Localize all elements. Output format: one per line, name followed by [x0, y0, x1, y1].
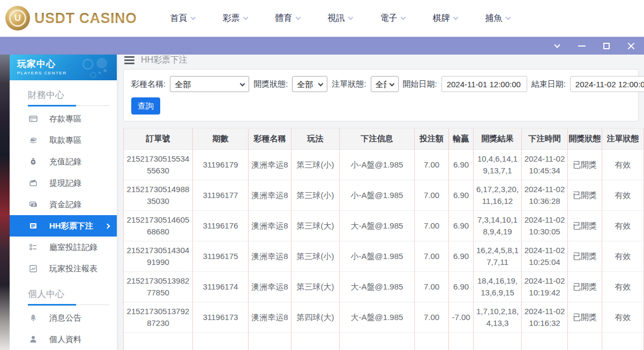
table-cell: 2024-11-02 10:30:05: [522, 211, 568, 241]
sidebar-item-topup-records[interactable]: 充值記錄: [10, 151, 117, 172]
chevron-down-icon: [453, 14, 458, 20]
sidebar-item-deposit[interactable]: 存款專區: [10, 108, 117, 130]
table-cell: 大-A盤@1.985: [340, 272, 415, 302]
sidebar-item-label: 資金記錄: [49, 200, 81, 210]
table-row: 215217305139827785031196174澳洲幸运8第三球(大)大-…: [124, 272, 644, 302]
section-divider: [28, 105, 109, 106]
table-cell: 澳洲幸运8: [249, 180, 291, 211]
nav-item-slots[interactable]: 電子: [380, 13, 405, 24]
table-cell: 6.90: [449, 211, 474, 241]
nav-item-fishing[interactable]: 捕魚: [485, 13, 510, 24]
sidebar-item-label: 個人資料: [49, 334, 81, 345]
table-cell: 6.90: [449, 241, 474, 272]
sidebar-item-label: 提現記錄: [49, 178, 81, 188]
table-cell: [249, 333, 291, 350]
window-titlebar: [0, 36, 644, 55]
withdraw-hand-icon: [29, 136, 38, 144]
sidebar-item-label: 玩家投注報表: [49, 264, 98, 274]
menu-icon[interactable]: [124, 56, 134, 64]
table-cell: 31196177: [193, 180, 249, 211]
sidebar-item-label: 充值記錄: [49, 157, 81, 167]
table-header-cell: 期數: [193, 128, 249, 150]
minimize-icon[interactable]: [578, 42, 586, 50]
nav-label: 體育: [275, 13, 293, 24]
table-cell: 澳洲幸运8: [249, 302, 291, 333]
order-status-select[interactable]: 全部: [371, 76, 399, 92]
logo[interactable]: U USDT CASINO: [0, 6, 137, 31]
table-cell: 大-A盤@1.985: [340, 302, 415, 333]
table-cell: 2024-11-02 10:36:28: [522, 180, 568, 211]
sidebar-item-announcements[interactable]: 消息公告: [10, 307, 117, 329]
table-header-cell: 投注額: [415, 128, 449, 150]
order-status-label: 注單狀態:: [332, 79, 366, 89]
start-date-label: 開始日期:: [403, 79, 437, 89]
draw-status-select[interactable]: 全部: [292, 76, 327, 92]
table-cell: [568, 333, 602, 350]
table-header-row: 訂單號期數彩種名稱玩法下注信息投注額輸贏開獎結果下注時間開獎狀態注單狀態: [124, 128, 644, 150]
maximize-icon[interactable]: [602, 42, 611, 50]
sidebar-item-hh-lottery-bets[interactable]: HH彩票下注: [10, 215, 117, 237]
table-cell: 10,4,6,14,19,13,7,1: [474, 150, 522, 180]
lottery-name-select[interactable]: 全部: [170, 76, 249, 92]
end-date-label: 結束日期:: [531, 79, 566, 89]
table-cell: 2024-11-02 10:45:34: [522, 150, 568, 180]
chevron-down-icon: [400, 14, 406, 20]
sidebar-item-label: 廳室投註記錄: [49, 242, 98, 253]
table-cell: 澳洲幸运8: [249, 241, 291, 272]
person-icon: [29, 335, 38, 344]
nav-label: 彩票: [223, 13, 240, 24]
bank-card-icon: [29, 115, 38, 123]
lottery-ticket-icon: [29, 222, 38, 230]
table-cell: 有效: [602, 302, 644, 333]
table-row: 215217305149883503031196177澳洲幸运8第三球(小)小-…: [124, 180, 644, 211]
nav-item-home[interactable]: 首頁: [170, 13, 195, 24]
table-row: 215217305137928723031196173澳洲幸运8第四球(大)大-…: [124, 302, 644, 333]
table-header-cell: 開獎狀態: [568, 128, 602, 150]
table-cell: 31196175: [193, 241, 249, 272]
table-header-cell: 下注時間: [522, 128, 568, 150]
sidebar-item-hall-bet-records[interactable]: 廳室投註記錄: [10, 237, 117, 258]
table-cell: 小-A盤@1.985: [340, 241, 415, 272]
table-cell: 有效: [602, 211, 644, 241]
page-title: HH彩票下注: [141, 55, 188, 66]
chevron-down-icon: [348, 14, 353, 20]
chevron-down-icon: [243, 14, 248, 20]
nav-item-lottery[interactable]: 彩票: [223, 13, 248, 24]
nav-item-cards[interactable]: 棋牌: [433, 13, 458, 24]
table-header-cell: 注單狀態: [602, 128, 644, 150]
table-cell: 第三球(小): [291, 180, 340, 211]
sidebar-item-withdraw-records[interactable]: 提現記錄: [10, 172, 117, 194]
table-cell: [415, 333, 449, 350]
wallet-icon: [29, 179, 38, 187]
collapse-chevron-icon[interactable]: [553, 42, 561, 50]
sidebar-item-withdraw[interactable]: 取款專區: [10, 130, 117, 151]
chevron-down-icon: [505, 14, 511, 20]
bets-table: 訂單號期數彩種名稱玩法下注信息投注額輸贏開獎結果下注時間開獎狀態注單狀態 215…: [123, 128, 644, 350]
sidebar-item-fund-records[interactable]: 資金記錄: [10, 194, 117, 215]
bell-icon: [29, 314, 38, 322]
nav-label: 首頁: [170, 13, 188, 24]
table-cell: 7.00: [415, 211, 449, 241]
table-cell: 7.00: [415, 150, 449, 180]
query-button[interactable]: 查詢: [131, 97, 160, 115]
close-icon[interactable]: [627, 42, 635, 50]
table-cell: -7.00: [449, 302, 474, 333]
table-header-cell: 輸贏: [449, 128, 474, 150]
end-date-input[interactable]: [570, 76, 644, 92]
filter-panel: 彩種名稱: 全部 開獎狀態: 全部 注單狀態: 全部: [123, 69, 639, 121]
table-cell: 2024-11-02 10:19:42: [522, 272, 568, 302]
nav-item-sports[interactable]: 體育: [275, 13, 300, 24]
draw-status-label: 開獎狀態:: [253, 79, 288, 89]
start-date-input[interactable]: [441, 76, 527, 92]
sidebar-item-player-bet-report[interactable]: 玩家投注報表: [10, 258, 117, 279]
table-cell: 31196179: [193, 150, 249, 180]
usdt-coin-icon: U: [5, 6, 30, 31]
report-chart-icon: [29, 264, 38, 273]
table-cell: 第三球(小): [291, 150, 340, 180]
table-cell: [291, 333, 340, 350]
lottery-name-label: 彩種名稱:: [131, 79, 166, 89]
money-bag-icon: [29, 157, 38, 166]
nav-item-live[interactable]: 視訊: [328, 13, 353, 24]
sidebar-item-profile[interactable]: 個人資料: [10, 329, 117, 350]
table-cell: 第三球(小): [291, 241, 340, 272]
